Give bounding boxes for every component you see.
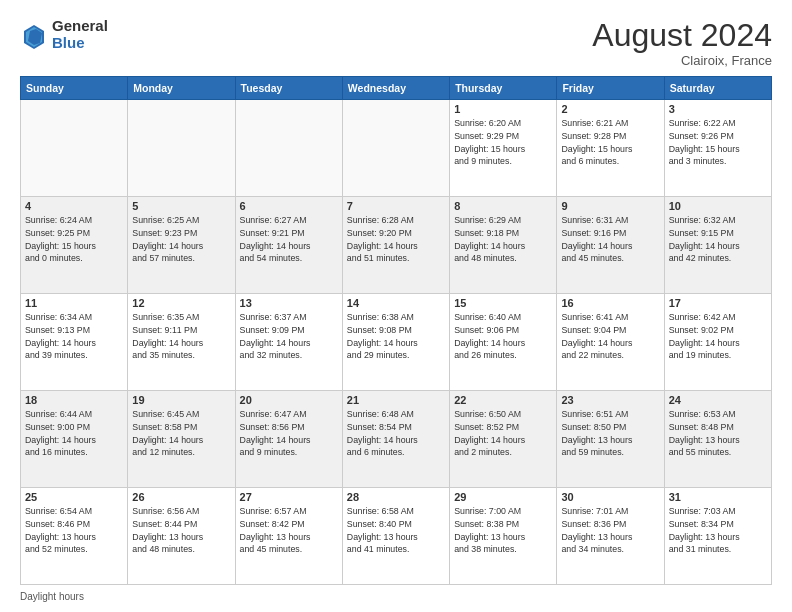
calendar-cell: 27Sunrise: 6:57 AM Sunset: 8:42 PM Dayli… [235,488,342,585]
calendar-cell [342,100,449,197]
day-number: 1 [454,103,552,115]
calendar-cell: 20Sunrise: 6:47 AM Sunset: 8:56 PM Dayli… [235,391,342,488]
day-number: 10 [669,200,767,212]
day-info: Sunrise: 6:44 AM Sunset: 9:00 PM Dayligh… [25,408,123,459]
day-number: 15 [454,297,552,309]
day-info: Sunrise: 6:27 AM Sunset: 9:21 PM Dayligh… [240,214,338,265]
day-number: 17 [669,297,767,309]
calendar-cell: 7Sunrise: 6:28 AM Sunset: 9:20 PM Daylig… [342,197,449,294]
calendar-cell: 3Sunrise: 6:22 AM Sunset: 9:26 PM Daylig… [664,100,771,197]
calendar-cell: 16Sunrise: 6:41 AM Sunset: 9:04 PM Dayli… [557,294,664,391]
calendar-cell: 21Sunrise: 6:48 AM Sunset: 8:54 PM Dayli… [342,391,449,488]
footer: Daylight hours [20,591,772,602]
day-number: 18 [25,394,123,406]
day-info: Sunrise: 6:56 AM Sunset: 8:44 PM Dayligh… [132,505,230,556]
logo: General Blue [20,18,108,51]
day-info: Sunrise: 6:54 AM Sunset: 8:46 PM Dayligh… [25,505,123,556]
day-info: Sunrise: 6:28 AM Sunset: 9:20 PM Dayligh… [347,214,445,265]
calendar-cell: 22Sunrise: 6:50 AM Sunset: 8:52 PM Dayli… [450,391,557,488]
day-number: 21 [347,394,445,406]
calendar-cell: 15Sunrise: 6:40 AM Sunset: 9:06 PM Dayli… [450,294,557,391]
day-number: 14 [347,297,445,309]
day-info: Sunrise: 6:50 AM Sunset: 8:52 PM Dayligh… [454,408,552,459]
day-info: Sunrise: 6:31 AM Sunset: 9:16 PM Dayligh… [561,214,659,265]
calendar-header-row: SundayMondayTuesdayWednesdayThursdayFrid… [21,77,772,100]
day-number: 20 [240,394,338,406]
day-info: Sunrise: 6:22 AM Sunset: 9:26 PM Dayligh… [669,117,767,168]
day-number: 26 [132,491,230,503]
calendar-cell: 26Sunrise: 6:56 AM Sunset: 8:44 PM Dayli… [128,488,235,585]
day-number: 23 [561,394,659,406]
calendar-cell: 30Sunrise: 7:01 AM Sunset: 8:36 PM Dayli… [557,488,664,585]
calendar-cell: 2Sunrise: 6:21 AM Sunset: 9:28 PM Daylig… [557,100,664,197]
day-number: 2 [561,103,659,115]
calendar-week-3: 18Sunrise: 6:44 AM Sunset: 9:00 PM Dayli… [21,391,772,488]
calendar-cell: 29Sunrise: 7:00 AM Sunset: 8:38 PM Dayli… [450,488,557,585]
calendar-cell: 10Sunrise: 6:32 AM Sunset: 9:15 PM Dayli… [664,197,771,294]
page: General Blue August 2024 Clairoix, Franc… [0,0,792,612]
calendar-cell: 13Sunrise: 6:37 AM Sunset: 9:09 PM Dayli… [235,294,342,391]
weekday-header-sunday: Sunday [21,77,128,100]
day-info: Sunrise: 6:35 AM Sunset: 9:11 PM Dayligh… [132,311,230,362]
day-number: 3 [669,103,767,115]
day-number: 24 [669,394,767,406]
calendar-cell [128,100,235,197]
day-info: Sunrise: 6:57 AM Sunset: 8:42 PM Dayligh… [240,505,338,556]
day-number: 7 [347,200,445,212]
calendar-cell: 11Sunrise: 6:34 AM Sunset: 9:13 PM Dayli… [21,294,128,391]
day-number: 27 [240,491,338,503]
day-number: 12 [132,297,230,309]
day-number: 28 [347,491,445,503]
day-info: Sunrise: 6:34 AM Sunset: 9:13 PM Dayligh… [25,311,123,362]
day-number: 9 [561,200,659,212]
day-info: Sunrise: 6:58 AM Sunset: 8:40 PM Dayligh… [347,505,445,556]
calendar-cell: 9Sunrise: 6:31 AM Sunset: 9:16 PM Daylig… [557,197,664,294]
day-number: 19 [132,394,230,406]
weekday-header-wednesday: Wednesday [342,77,449,100]
day-info: Sunrise: 6:29 AM Sunset: 9:18 PM Dayligh… [454,214,552,265]
day-info: Sunrise: 6:53 AM Sunset: 8:48 PM Dayligh… [669,408,767,459]
header: General Blue August 2024 Clairoix, Franc… [20,18,772,68]
calendar-cell: 1Sunrise: 6:20 AM Sunset: 9:29 PM Daylig… [450,100,557,197]
calendar-cell: 28Sunrise: 6:58 AM Sunset: 8:40 PM Dayli… [342,488,449,585]
day-info: Sunrise: 6:48 AM Sunset: 8:54 PM Dayligh… [347,408,445,459]
day-info: Sunrise: 7:01 AM Sunset: 8:36 PM Dayligh… [561,505,659,556]
day-info: Sunrise: 6:38 AM Sunset: 9:08 PM Dayligh… [347,311,445,362]
calendar-cell: 4Sunrise: 6:24 AM Sunset: 9:25 PM Daylig… [21,197,128,294]
calendar-cell: 24Sunrise: 6:53 AM Sunset: 8:48 PM Dayli… [664,391,771,488]
day-info: Sunrise: 6:40 AM Sunset: 9:06 PM Dayligh… [454,311,552,362]
day-info: Sunrise: 6:37 AM Sunset: 9:09 PM Dayligh… [240,311,338,362]
day-number: 22 [454,394,552,406]
weekday-header-saturday: Saturday [664,77,771,100]
day-number: 16 [561,297,659,309]
location: Clairoix, France [592,53,772,68]
day-number: 8 [454,200,552,212]
weekday-header-monday: Monday [128,77,235,100]
calendar-cell: 17Sunrise: 6:42 AM Sunset: 9:02 PM Dayli… [664,294,771,391]
day-info: Sunrise: 6:32 AM Sunset: 9:15 PM Dayligh… [669,214,767,265]
calendar-cell: 12Sunrise: 6:35 AM Sunset: 9:11 PM Dayli… [128,294,235,391]
day-number: 30 [561,491,659,503]
day-number: 31 [669,491,767,503]
day-info: Sunrise: 6:25 AM Sunset: 9:23 PM Dayligh… [132,214,230,265]
day-info: Sunrise: 6:24 AM Sunset: 9:25 PM Dayligh… [25,214,123,265]
logo-icon [20,21,48,49]
day-info: Sunrise: 6:21 AM Sunset: 9:28 PM Dayligh… [561,117,659,168]
weekday-header-friday: Friday [557,77,664,100]
day-info: Sunrise: 7:03 AM Sunset: 8:34 PM Dayligh… [669,505,767,556]
logo-text: General Blue [52,18,108,51]
day-info: Sunrise: 6:20 AM Sunset: 9:29 PM Dayligh… [454,117,552,168]
calendar-cell: 5Sunrise: 6:25 AM Sunset: 9:23 PM Daylig… [128,197,235,294]
calendar-cell: 8Sunrise: 6:29 AM Sunset: 9:18 PM Daylig… [450,197,557,294]
day-info: Sunrise: 6:51 AM Sunset: 8:50 PM Dayligh… [561,408,659,459]
title-block: August 2024 Clairoix, France [592,18,772,68]
calendar-cell: 19Sunrise: 6:45 AM Sunset: 8:58 PM Dayli… [128,391,235,488]
calendar-cell [21,100,128,197]
day-info: Sunrise: 6:42 AM Sunset: 9:02 PM Dayligh… [669,311,767,362]
calendar-cell: 6Sunrise: 6:27 AM Sunset: 9:21 PM Daylig… [235,197,342,294]
day-number: 11 [25,297,123,309]
calendar-cell: 14Sunrise: 6:38 AM Sunset: 9:08 PM Dayli… [342,294,449,391]
daylight-label: Daylight hours [20,591,84,602]
day-info: Sunrise: 7:00 AM Sunset: 8:38 PM Dayligh… [454,505,552,556]
calendar-cell: 23Sunrise: 6:51 AM Sunset: 8:50 PM Dayli… [557,391,664,488]
